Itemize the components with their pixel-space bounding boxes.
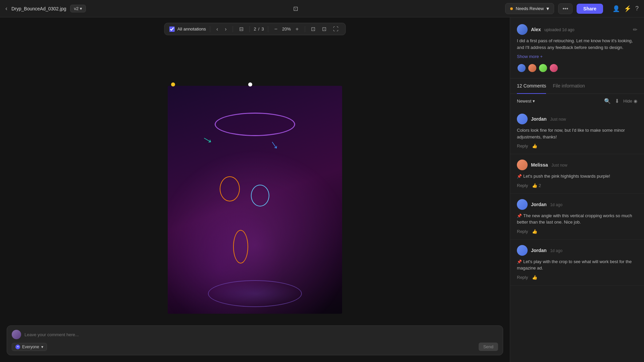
- right-panel: Alex uploaded 1d ago ✏ I did a first pas…: [510, 17, 644, 362]
- reply-button[interactable]: Reply: [517, 229, 528, 234]
- send-button[interactable]: Send: [479, 343, 498, 351]
- tab-file-information[interactable]: File information: [553, 78, 585, 94]
- comment-author-info: Jordan 1d ago: [531, 201, 562, 207]
- comment-item: Melissa Just now 📌Let's push the pink hi…: [510, 154, 644, 194]
- separator: [233, 26, 233, 32]
- comment-text-input[interactable]: [24, 332, 498, 337]
- author-avatar: [517, 24, 528, 35]
- audience-label: Everyone: [22, 345, 39, 349]
- comments-header: Newest ▾ 🔍 ⬇ Hide ◉: [510, 94, 644, 108]
- version-selector[interactable]: v2 ▾: [70, 5, 86, 12]
- upload-time: uploaded 1d ago: [544, 27, 574, 32]
- reply-button[interactable]: Reply: [517, 183, 528, 188]
- hide-label: Hide: [623, 99, 632, 104]
- download-button[interactable]: ⬇: [615, 98, 619, 104]
- comment-item: Jordan 1d ago 📌Let's play with the crop …: [510, 240, 644, 286]
- share-button[interactable]: Share: [577, 4, 603, 14]
- current-page: 2: [254, 26, 256, 32]
- blue-ellipse-annotation: [251, 185, 269, 206]
- comment-body: 📌Let's play with the crop to see what wi…: [517, 258, 637, 272]
- comment-time: 1d ago: [550, 248, 562, 253]
- comment-body: Colors look fine for now, but I'd like t…: [517, 127, 637, 140]
- back-button[interactable]: ‹: [5, 5, 7, 12]
- fit-frame-button[interactable]: ⊡: [309, 25, 317, 33]
- comments-list: Jordan Just now Colors look fine for now…: [510, 108, 644, 362]
- show-more-button[interactable]: Show more +: [517, 54, 543, 59]
- pin-icon: 📌: [517, 174, 522, 179]
- pin-icon: 📌: [517, 214, 522, 218]
- hide-icon: ◉: [634, 99, 637, 104]
- main-content: All annotations ‹ › ⊟ 2 / 3 − 20% + ⊡ ⊡ …: [0, 17, 644, 362]
- comment-time: Just now: [550, 117, 566, 122]
- fit-screen-button[interactable]: ⊡: [320, 25, 328, 33]
- comment-time: Just now: [551, 163, 567, 168]
- image-area: → ↑: [0, 17, 510, 362]
- version-label: v2: [74, 6, 78, 11]
- comment-item: Jordan Just now Colors look fine for now…: [510, 108, 644, 154]
- page-separator: /: [258, 26, 260, 32]
- prev-page-button[interactable]: ‹: [214, 25, 220, 33]
- comments-actions: 🔍 ⬇ Hide ◉: [604, 98, 637, 104]
- collaborator-avatar-4: [549, 63, 558, 73]
- comment-time: 1d ago: [550, 202, 562, 207]
- status-label: Needs Review: [516, 6, 544, 11]
- grid-view-button[interactable]: ⊟: [237, 25, 246, 33]
- like-button[interactable]: 👍: [532, 275, 537, 280]
- lightning-icon[interactable]: ⚡: [624, 5, 631, 12]
- profile-icon[interactable]: 👤: [612, 5, 620, 12]
- comment-input-row: [12, 330, 498, 339]
- version-chevron-icon: ▾: [80, 6, 82, 11]
- audience-icon: ✦: [15, 345, 20, 349]
- next-page-button[interactable]: ›: [223, 25, 228, 33]
- zoom-in-button[interactable]: +: [293, 25, 301, 33]
- like-button[interactable]: 👍: [532, 143, 537, 148]
- fullscreen-button[interactable]: ⛶: [331, 25, 340, 33]
- comment-meta-row: ✦ Everyone ▾ Send: [12, 343, 498, 351]
- sort-selector[interactable]: Newest ▾: [517, 99, 535, 104]
- audience-selector[interactable]: ✦ Everyone ▾: [12, 343, 47, 351]
- commenter-avatar: [517, 114, 528, 124]
- separator: [210, 26, 210, 32]
- tab-comments[interactable]: 12 Comments: [517, 78, 546, 94]
- teal-arrow-annotation: →: [199, 130, 217, 149]
- reply-button[interactable]: Reply: [517, 143, 528, 148]
- tab-comments-count: 12: [517, 83, 522, 88]
- separator: [268, 26, 268, 32]
- collaborator-avatar-2: [528, 63, 537, 73]
- commenter-name: Jordan: [531, 248, 547, 253]
- comment-author-info: Melissa Just now: [531, 162, 567, 168]
- edit-button[interactable]: ✏: [633, 26, 637, 33]
- like-button[interactable]: 👍 2: [532, 183, 541, 188]
- comment-author-info: Jordan Just now: [531, 116, 566, 122]
- more-options-button[interactable]: •••: [558, 3, 573, 14]
- separator: [250, 26, 250, 32]
- presentation-icon[interactable]: ⊡: [290, 4, 301, 14]
- user-avatar-small: [12, 330, 21, 339]
- zoom-out-button[interactable]: −: [272, 25, 279, 33]
- annotations-toggle[interactable]: [169, 26, 175, 32]
- sort-chevron-icon: ▾: [533, 99, 535, 104]
- file-description: Alex uploaded 1d ago ✏ I did a first pas…: [510, 17, 644, 78]
- total-pages: 3: [261, 26, 264, 32]
- comment-author-info: Jordan 1d ago: [531, 247, 562, 253]
- like-button[interactable]: 👍: [532, 229, 537, 234]
- comment-header: Melissa Just now: [517, 160, 637, 170]
- search-comments-button[interactable]: 🔍: [604, 98, 611, 104]
- collaborators-avatars: [517, 63, 637, 73]
- commenter-avatar: [517, 199, 528, 210]
- collaborator-avatar-3: [538, 63, 548, 73]
- sort-label: Newest: [517, 99, 531, 104]
- help-icon[interactable]: ?: [635, 5, 639, 12]
- comment-header: Jordan 1d ago: [517, 245, 637, 256]
- commenter-avatar: [517, 160, 528, 170]
- annotation-dot-yellow: [171, 82, 175, 86]
- reply-button[interactable]: Reply: [517, 275, 528, 280]
- status-selector[interactable]: Needs Review ▾: [505, 3, 554, 14]
- tab-file-info-label: File information: [553, 83, 585, 88]
- hide-button[interactable]: Hide ◉: [623, 99, 637, 104]
- topbar-right-actions: 👤 ⚡ ?: [612, 5, 639, 12]
- collaborator-avatar-1: [517, 63, 526, 73]
- status-chevron-icon: ▾: [546, 5, 549, 12]
- comment-header: Jordan 1d ago: [517, 199, 637, 210]
- panel-tabs: 12 Comments File information: [510, 78, 644, 94]
